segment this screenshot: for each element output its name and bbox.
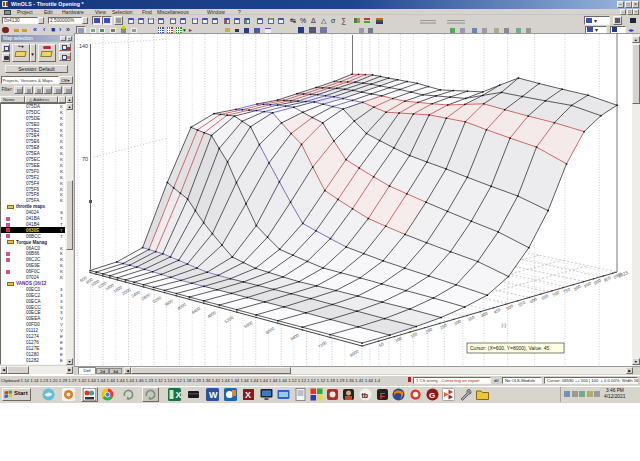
svg-text:8000: 8000: [349, 348, 360, 358]
svg-text:6400: 6400: [289, 332, 300, 342]
svg-text:50: 50: [378, 341, 385, 348]
svg-text:4000: 4000: [176, 302, 187, 312]
svg-text:F: F: [380, 391, 386, 401]
svg-text:5200: 5200: [224, 314, 235, 324]
svg-text:3600: 3600: [163, 298, 174, 308]
svg-text:X: X: [245, 390, 251, 400]
svg-text:(-): (-): [502, 323, 507, 328]
svg-text:3200: 3200: [151, 295, 162, 305]
svg-text:4800: 4800: [206, 310, 217, 320]
svg-text:4400: 4400: [191, 305, 202, 315]
svg-text:tb: tb: [362, 392, 369, 399]
svg-text:X: X: [176, 390, 182, 400]
svg-text:6000: 6000: [265, 326, 276, 336]
svg-text:70: 70: [82, 156, 88, 162]
svg-text:Cursor: (X=600, Y=8000), Value: Cursor: (X=600, Y=8000), Value: 45: [470, 345, 550, 351]
svg-text:W: W: [209, 390, 218, 400]
svg-text:7200: 7200: [317, 340, 328, 350]
svg-text:2800: 2800: [140, 292, 151, 302]
svg-text:140: 140: [79, 43, 88, 49]
svg-text:G: G: [429, 391, 435, 400]
svg-text:5600: 5600: [243, 320, 254, 330]
